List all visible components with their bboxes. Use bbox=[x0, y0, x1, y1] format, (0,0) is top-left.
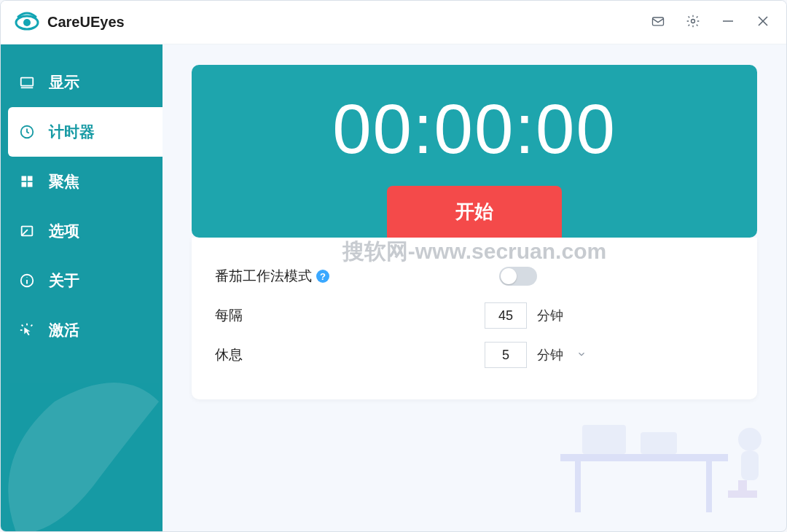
pomodoro-help-icon[interactable]: ? bbox=[316, 270, 329, 283]
rest-unit-dropdown[interactable] bbox=[573, 347, 590, 363]
app-window: CareUEyes bbox=[0, 0, 787, 532]
svg-rect-13 bbox=[28, 182, 33, 187]
monitor-icon bbox=[18, 74, 36, 90]
interval-label: 每隔 bbox=[215, 306, 243, 325]
sidebar-item-focus[interactable]: 聚焦 bbox=[1, 157, 163, 206]
info-icon bbox=[18, 273, 36, 289]
svg-point-3 bbox=[692, 19, 695, 23]
sidebar-item-label: 关于 bbox=[49, 270, 79, 291]
svg-rect-23 bbox=[575, 461, 581, 512]
eye-icon bbox=[14, 8, 40, 37]
settings-button[interactable] bbox=[676, 5, 710, 40]
timer-settings-card: 番茄工作法模式 ? 每隔 分钟 bbox=[192, 238, 757, 399]
desk-illustration-icon bbox=[531, 381, 779, 527]
svg-line-20 bbox=[31, 325, 33, 326]
svg-rect-28 bbox=[741, 451, 759, 480]
pomodoro-toggle[interactable] bbox=[499, 267, 537, 286]
sidebar-item-about[interactable]: 关于 bbox=[1, 256, 163, 305]
svg-rect-29 bbox=[728, 490, 757, 498]
close-button[interactable] bbox=[745, 5, 780, 40]
sidebar-item-label: 激活 bbox=[49, 320, 79, 340]
svg-rect-10 bbox=[22, 176, 27, 181]
app-title: CareUEyes bbox=[47, 14, 125, 31]
svg-rect-2 bbox=[653, 17, 664, 26]
mail-icon bbox=[651, 14, 665, 31]
rest-input[interactable] bbox=[485, 342, 527, 368]
pomodoro-row: 番茄工作法模式 ? bbox=[215, 257, 734, 296]
timer-card: 00:00:00 开始 bbox=[192, 65, 757, 238]
rest-unit: 分钟 bbox=[537, 346, 563, 364]
svg-point-1 bbox=[23, 19, 31, 26]
start-button[interactable]: 开始 bbox=[387, 186, 562, 238]
svg-rect-7 bbox=[21, 78, 34, 86]
svg-rect-30 bbox=[738, 480, 747, 495]
svg-rect-12 bbox=[22, 182, 27, 187]
svg-rect-11 bbox=[28, 176, 33, 181]
sidebar-item-label: 聚焦 bbox=[49, 171, 79, 192]
svg-line-18 bbox=[22, 325, 23, 326]
sidebar-item-options[interactable]: 选项 bbox=[1, 206, 163, 256]
svg-point-27 bbox=[738, 428, 761, 451]
gear-icon bbox=[686, 14, 700, 31]
sidebar-item-activate[interactable]: 激活 bbox=[1, 305, 163, 355]
svg-rect-22 bbox=[560, 454, 728, 461]
close-icon bbox=[756, 15, 770, 31]
mail-button[interactable] bbox=[641, 5, 676, 40]
clock-icon bbox=[18, 124, 36, 140]
sidebar-item-display[interactable]: 显示 bbox=[1, 58, 163, 107]
minimize-icon bbox=[721, 15, 735, 31]
main-panel: 00:00:00 开始 番茄工作法模式 ? bbox=[163, 44, 786, 531]
chevron-down-icon bbox=[576, 347, 587, 362]
toggle-knob bbox=[501, 268, 517, 284]
interval-row: 每隔 分钟 bbox=[215, 296, 734, 335]
rest-label: 休息 bbox=[215, 345, 243, 364]
rest-row: 休息 分钟 bbox=[215, 335, 734, 375]
interval-input[interactable] bbox=[485, 302, 527, 329]
sidebar-item-label: 选项 bbox=[49, 221, 79, 241]
svg-rect-24 bbox=[706, 461, 712, 512]
interval-unit: 分钟 bbox=[537, 307, 563, 324]
app-logo: CareUEyes bbox=[14, 8, 125, 37]
svg-rect-25 bbox=[582, 425, 626, 454]
svg-rect-26 bbox=[641, 432, 677, 454]
leaf-decoration-icon bbox=[1, 364, 163, 531]
options-icon bbox=[18, 223, 36, 239]
grid-icon bbox=[18, 174, 36, 189]
sidebar-item-label: 计时器 bbox=[49, 122, 95, 142]
title-bar: CareUEyes bbox=[1, 1, 786, 44]
timer-display: 00:00:00 bbox=[192, 87, 757, 186]
sidebar: 显示 计时器 聚焦 选项 bbox=[1, 44, 163, 531]
minimize-button[interactable] bbox=[710, 5, 745, 40]
sidebar-item-label: 显示 bbox=[49, 72, 79, 93]
sidebar-item-timer[interactable]: 计时器 bbox=[8, 107, 163, 157]
cursor-icon bbox=[18, 322, 36, 338]
pomodoro-label: 番茄工作法模式 bbox=[215, 267, 312, 286]
